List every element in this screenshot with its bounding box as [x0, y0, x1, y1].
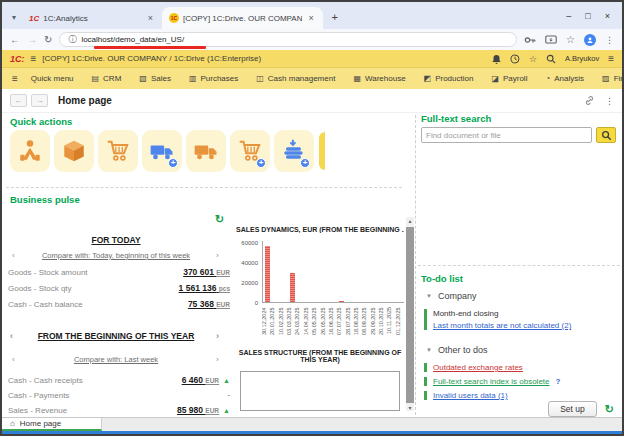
taskbar-tab-label: Home page [20, 419, 61, 428]
browser-tab-analytics[interactable]: 1C 1C:Analytics × [22, 7, 162, 29]
password-key-icon[interactable] [524, 35, 536, 45]
quick-actions-more-strip[interactable] [319, 132, 325, 170]
compare-next-chevron-icon[interactable]: › [216, 251, 219, 260]
save-to-device-icon[interactable] [545, 35, 557, 45]
current-user[interactable]: A.Bryukov [565, 54, 599, 63]
ytd-title[interactable]: FROM THE BEGINNING OF THIS YEAR [2, 331, 230, 341]
reload-icon[interactable]: ↻ [44, 34, 52, 45]
invalid-users-data-link[interactable]: Invalid users data (1) [433, 391, 508, 400]
tab-close-icon[interactable]: × [146, 13, 155, 23]
new-tab-button[interactable]: + [327, 9, 343, 25]
menu-item-cash-management[interactable]: ◫Cash management [247, 68, 344, 89]
fulltext-index-obsolete-link[interactable]: Full-text search index is obsolete [433, 377, 550, 386]
window-close-button[interactable]: × [605, 11, 610, 21]
cash-management-icon: ◫ [256, 74, 264, 83]
get-link-icon[interactable] [584, 95, 595, 106]
url-bar[interactable]: ⓘ localhost/demo_data/en_US/ [59, 32, 517, 47]
metric-value-link[interactable]: 75 368 EUR [188, 299, 230, 309]
quick-action-sales-order-button[interactable] [98, 130, 138, 172]
url-text[interactable]: localhost/demo_data/en_US/ [81, 35, 184, 44]
menu-item-warehouse[interactable]: ▦Warehouse [344, 68, 414, 89]
taskbar-tab-home[interactable]: ⌂ Home page [2, 418, 102, 431]
collapse-chevron-icon[interactable]: ▼ [426, 293, 432, 299]
window-bottom-strip [2, 431, 622, 434]
metric-value-link[interactable]: 370 601 EUR [183, 267, 230, 277]
todo-group-company[interactable]: ▼ Company [426, 291, 476, 301]
menu-item-crm[interactable]: ▤CRM [83, 68, 131, 89]
sections-panel-burger-icon[interactable]: ≡ [8, 73, 22, 84]
browser-menu-kebab-icon[interactable]: ⋮ [605, 35, 614, 45]
metric-label: Goods - Stock qty [8, 284, 72, 293]
menu-item-production[interactable]: ◩Production [415, 68, 483, 89]
settings-menu-icon[interactable]: ≡ [608, 53, 614, 64]
todo-refresh-icon[interactable]: ↻ [605, 403, 614, 416]
quick-action-goods-receipt-button[interactable] [186, 130, 226, 172]
metric-value-link[interactable]: 1 561 136 pcs [179, 283, 230, 293]
metric-value-link[interactable]: 85 980 EUR [177, 405, 219, 415]
history-clock-icon[interactable] [510, 54, 520, 64]
menu-item-sales[interactable]: ▧Sales [130, 68, 180, 89]
todo-group-label: Other to dos [438, 345, 488, 355]
todo-group-other[interactable]: ▼ Other to dos [426, 345, 487, 355]
scrollbar-up-arrow-icon[interactable]: ▴ [406, 217, 414, 224]
menu-label: Analysis [554, 74, 584, 83]
compare-next-chevron-icon[interactable]: › [216, 355, 219, 364]
window-minimize-button[interactable]: – [566, 11, 571, 21]
section-divider [6, 187, 402, 188]
collapse-chevron-icon[interactable]: ▼ [426, 347, 432, 353]
notifications-bell-icon[interactable] [492, 54, 501, 64]
browser-tab-drive[interactable]: 1C [COPY] 1C:Drive. OUR COMPAN × [162, 7, 323, 29]
bar-24.03.2025 [296, 241, 304, 302]
main-menu-burger-icon[interactable]: ≡ [31, 53, 37, 64]
menu-item-purchases[interactable]: ▥Purchases [180, 68, 247, 89]
outdated-exchange-rates-link[interactable]: Outdated exchange rates [433, 363, 523, 372]
quick-action-goods-button[interactable] [54, 130, 94, 172]
quick-action-purchase-order-button[interactable]: + [230, 130, 270, 172]
help-question-icon[interactable]: ? [556, 377, 561, 386]
metric-unit: EUR [216, 301, 230, 308]
fulltext-search-heading: Full-text search [421, 113, 491, 124]
window-maximize-button[interactable]: □ [585, 11, 590, 21]
month-end-totals-link[interactable]: Last month totals are not calculated (2) [433, 321, 571, 330]
bookmark-star-icon[interactable]: ☆ [566, 34, 575, 45]
y-axis-label: 60000 [241, 240, 258, 246]
favorites-star-icon[interactable]: ☆ [529, 54, 537, 64]
todo-list-heading: To-do list [421, 273, 463, 284]
menu-item-quick-menu[interactable]: Quick menu [22, 68, 83, 89]
global-search-icon[interactable] [546, 54, 556, 64]
quick-action-delivery-button[interactable]: + [142, 130, 182, 172]
todo-group-label: Company [438, 291, 477, 301]
metric-value-link[interactable]: 6 460 EUR [182, 375, 219, 385]
history-back-button[interactable]: ← [10, 94, 27, 107]
compare-lastweek-link[interactable]: Compare with: Last week [2, 355, 230, 364]
ytd-link[interactable]: FROM THE BEGINNING OF THIS YEAR [38, 331, 195, 341]
compare-today-link[interactable]: Compare with: Today, beginning of this w… [2, 251, 230, 260]
metric-label: Sales - Revenue [8, 406, 67, 415]
scrollbar-thumb[interactable] [406, 227, 414, 403]
panel-next-chevron-icon[interactable]: › [216, 331, 219, 341]
menu-label: CRM [103, 74, 121, 83]
forward-icon[interactable]: → [27, 34, 37, 45]
profile-avatar[interactable] [584, 34, 596, 46]
page-info-icon[interactable]: ⓘ [68, 34, 76, 45]
crm-icon: ▤ [92, 74, 100, 83]
fulltext-search-button[interactable] [596, 127, 616, 143]
back-icon[interactable]: ← [10, 34, 20, 45]
tab-close-icon[interactable]: × [306, 13, 315, 23]
for-today-title[interactable]: FOR TODAY [2, 235, 230, 245]
scrollbar-down-arrow-icon[interactable]: ▾ [406, 404, 414, 411]
for-today-link[interactable]: FOR TODAY [91, 235, 140, 245]
tab-list-chevron-icon[interactable]: ▾ [6, 8, 22, 26]
menu-item-payroll[interactable]: ◪Payroll [482, 68, 536, 89]
menu-item-analysis[interactable]: ◔Analysis [536, 68, 593, 89]
history-forward-button[interactable]: → [31, 94, 48, 107]
business-pulse-refresh-icon[interactable]: ↻ [215, 213, 224, 226]
page-more-kebab-icon[interactable]: ⋮ [605, 96, 614, 106]
fulltext-search-input[interactable] [421, 127, 592, 143]
quick-action-customer-button[interactable] [10, 130, 50, 172]
quick-action-cash-receipt-button[interactable]: + [274, 130, 314, 172]
scrollbar-track[interactable]: ▴ ▾ [406, 217, 414, 411]
menu-item-finance[interactable]: ▨Fina [593, 68, 622, 89]
finance-icon: ▨ [602, 74, 610, 83]
set-up-button[interactable]: Set up [548, 401, 597, 417]
